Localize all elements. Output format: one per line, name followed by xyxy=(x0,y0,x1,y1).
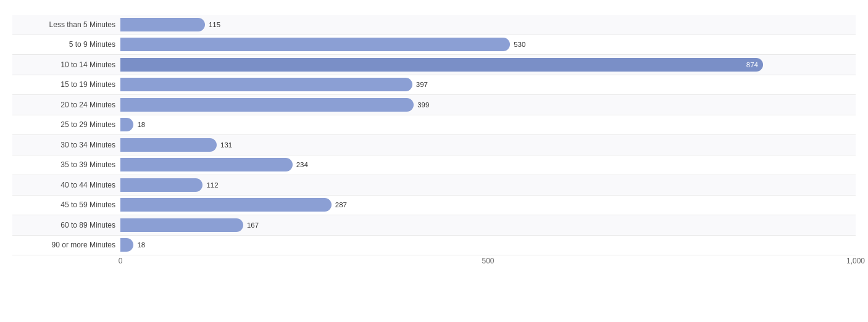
bar-track: 874 xyxy=(120,55,856,75)
bar-label: 10 to 14 Minutes xyxy=(12,60,120,69)
bar-fill xyxy=(120,238,133,252)
bar-value: 234 xyxy=(296,161,308,168)
bar-label: Less than 5 Minutes xyxy=(12,20,120,29)
bar-track: 167 xyxy=(120,215,856,235)
bar-row: 60 to 89 Minutes167 xyxy=(12,215,856,236)
bar-row: Less than 5 Minutes115 xyxy=(12,15,856,35)
bar-row: 5 to 9 Minutes530 xyxy=(12,35,856,56)
bars-section: Less than 5 Minutes1155 to 9 Minutes5301… xyxy=(12,15,856,255)
bar-track: 18 xyxy=(120,115,856,135)
bar-track: 18 xyxy=(120,236,856,255)
bar-value: 18 xyxy=(137,241,145,249)
bar-row: 30 to 34 Minutes131 xyxy=(12,135,856,155)
bar-row: 15 to 19 Minutes397 xyxy=(12,75,856,96)
bar-value: 112 xyxy=(206,181,218,189)
bar-value: 115 xyxy=(209,21,220,28)
bar-label: 15 to 19 Minutes xyxy=(12,80,120,89)
bar-value: 167 xyxy=(247,221,259,229)
bar-fill xyxy=(120,18,205,31)
bar-fill: 874 xyxy=(120,58,763,72)
bar-value: 397 xyxy=(416,81,428,88)
bar-track: 112 xyxy=(120,175,856,195)
bar-fill xyxy=(120,218,243,232)
chart-area: Less than 5 Minutes1155 to 9 Minutes5301… xyxy=(12,15,856,270)
bar-fill xyxy=(120,158,293,171)
bar-label: 25 to 29 Minutes xyxy=(12,120,120,129)
bar-label: 30 to 34 Minutes xyxy=(12,141,120,149)
bar-fill xyxy=(120,198,332,212)
bar-row: 10 to 14 Minutes874 xyxy=(12,55,856,75)
bar-row: 40 to 44 Minutes112 xyxy=(12,175,856,196)
bar-track: 131 xyxy=(120,135,856,155)
bar-value: 18 xyxy=(137,121,145,128)
bar-value: 399 xyxy=(417,101,429,109)
x-axis-tick: 1,000 xyxy=(846,257,865,265)
bar-fill xyxy=(120,98,414,112)
bar-row: 90 or more Minutes18 xyxy=(12,236,856,256)
bar-row: 45 to 59 Minutes287 xyxy=(12,196,856,216)
x-axis: 05001,000 xyxy=(120,255,856,270)
bar-label: 90 or more Minutes xyxy=(12,241,120,249)
bar-label: 60 to 89 Minutes xyxy=(12,221,120,229)
bar-value: 530 xyxy=(514,41,525,48)
x-axis-tick: 0 xyxy=(119,257,123,265)
bar-track: 234 xyxy=(120,155,856,175)
bar-track: 530 xyxy=(120,35,856,55)
bar-fill xyxy=(120,118,133,131)
bar-track: 397 xyxy=(120,75,856,95)
bar-fill xyxy=(120,178,202,192)
x-axis-tick: 500 xyxy=(482,257,494,265)
bar-track: 115 xyxy=(120,15,856,35)
bar-label: 45 to 59 Minutes xyxy=(12,200,120,209)
bar-value: 874 xyxy=(746,61,758,68)
bar-fill xyxy=(120,78,412,91)
bar-label: 20 to 24 Minutes xyxy=(12,101,120,109)
bar-row: 20 to 24 Minutes399 xyxy=(12,95,856,115)
bar-row: 35 to 39 Minutes234 xyxy=(12,155,856,176)
bar-value: 287 xyxy=(335,201,347,208)
bar-label: 35 to 39 Minutes xyxy=(12,160,120,169)
bar-row: 25 to 29 Minutes18 xyxy=(12,115,856,136)
bar-label: 5 to 9 Minutes xyxy=(12,40,120,49)
bar-fill xyxy=(120,138,217,152)
bar-label: 40 to 44 Minutes xyxy=(12,181,120,189)
bar-fill xyxy=(120,38,510,51)
bar-track: 287 xyxy=(120,196,856,215)
bar-value: 131 xyxy=(220,141,232,149)
bar-track: 399 xyxy=(120,95,856,115)
chart-container: Less than 5 Minutes1155 to 9 Minutes5301… xyxy=(0,0,868,322)
